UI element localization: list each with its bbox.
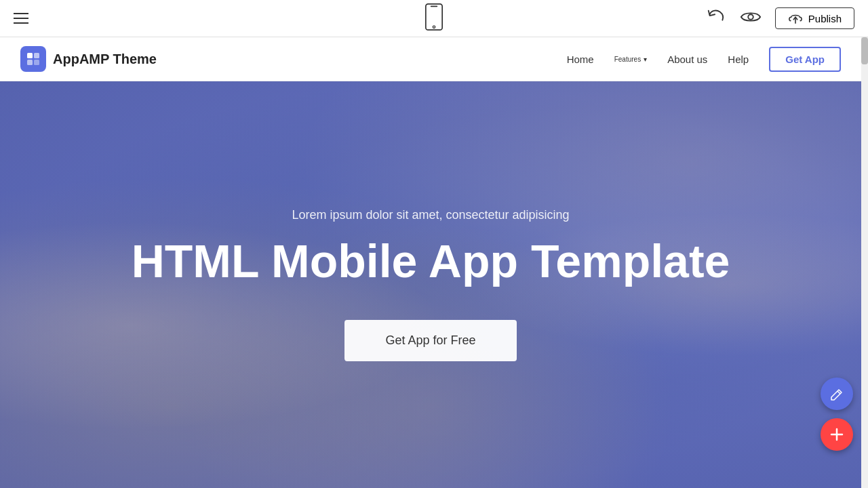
fab-plus-button[interactable] [821, 418, 853, 451]
site-preview: AppAMP Theme Home Features ▾ About us He… [0, 37, 861, 488]
nav-home-link[interactable]: Home [567, 54, 594, 65]
chevron-down-icon: ▾ [644, 56, 647, 63]
plus-icon [829, 426, 845, 443]
eye-icon[interactable] [740, 7, 762, 29]
svg-line-9 [837, 391, 840, 394]
undo-icon[interactable] [706, 7, 726, 29]
hero-cta-button[interactable]: Get App for Free [344, 320, 516, 361]
site-logo: AppAMP Theme [20, 46, 157, 72]
toolbar: Publish [0, 0, 868, 37]
hero-section: Lorem ipsum dolor sit amet, consectetur … [0, 81, 861, 488]
nav-features-link[interactable]: Features ▾ [614, 56, 647, 63]
cloud-upload-icon [788, 12, 803, 24]
hero-subtitle: Lorem ipsum dolor sit amet, consectetur … [132, 208, 730, 222]
svg-point-2 [433, 26, 435, 28]
svg-rect-5 [27, 53, 33, 58]
scrollbar-track[interactable] [861, 37, 868, 488]
publish-label: Publish [808, 13, 842, 24]
logo-icon [20, 46, 46, 72]
svg-rect-8 [34, 60, 39, 65]
hero-content: Lorem ipsum dolor sit amet, consectetur … [118, 208, 744, 362]
svg-point-3 [748, 14, 753, 20]
scrollbar-thumb[interactable] [861, 37, 868, 64]
publish-button[interactable]: Publish [775, 7, 854, 29]
nav-cta-button[interactable]: Get App [769, 47, 841, 72]
fab-pencil-button[interactable] [821, 378, 853, 410]
nav-bar: AppAMP Theme Home Features ▾ About us He… [0, 37, 861, 81]
logo-text: AppAMP Theme [53, 52, 157, 67]
nav-about-link[interactable]: About us [667, 54, 707, 65]
svg-rect-7 [27, 60, 33, 65]
phone-icon[interactable] [424, 3, 444, 33]
svg-rect-6 [34, 53, 39, 58]
nav-help-link[interactable]: Help [728, 54, 749, 65]
hamburger-icon[interactable] [14, 13, 28, 24]
hero-title: HTML Mobile App Template [132, 236, 730, 287]
pencil-icon [829, 386, 844, 401]
nav-links: Home Features ▾ About us Help [567, 54, 749, 65]
